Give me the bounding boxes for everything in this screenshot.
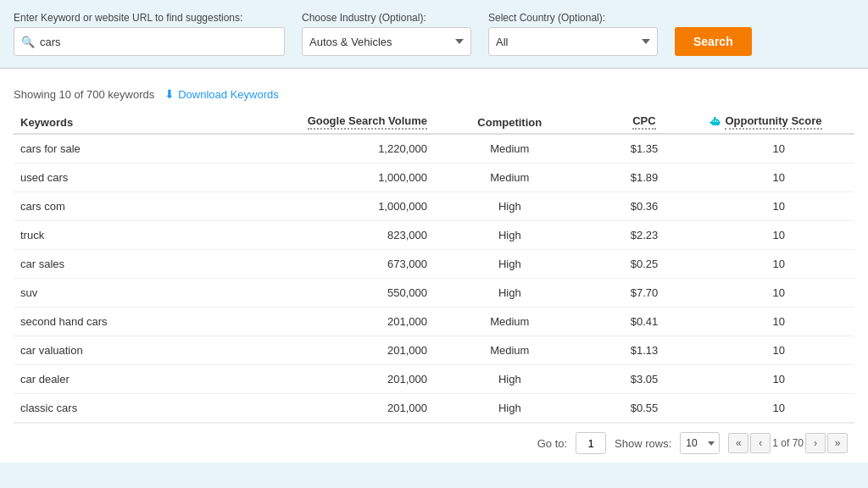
cell-keyword: truck — [14, 221, 249, 250]
cell-competition: High — [434, 192, 586, 221]
cell-cpc: $2.23 — [586, 221, 704, 250]
cell-competition: High — [434, 221, 586, 250]
rows-select[interactable]: 10 25 50 100 — [680, 432, 720, 454]
cell-cpc: $0.25 — [586, 250, 704, 279]
header-competition: Competition — [434, 108, 586, 134]
table-row: cars com 1,000,000 High $0.36 10 — [14, 192, 854, 221]
download-icon: ⬇ — [164, 87, 175, 101]
cell-competition: Medium — [434, 336, 586, 365]
cell-volume: 1,000,000 — [249, 164, 434, 192]
search-button[interactable]: Search — [675, 27, 752, 56]
cell-volume: 201,000 — [249, 336, 434, 365]
industry-select[interactable]: Autos & Vehicles All Industries Arts & E… — [302, 27, 471, 56]
keyword-input-wrapper: 🔍 — [14, 27, 285, 56]
cell-keyword: car sales — [14, 250, 249, 279]
table-row: car valuation 201,000 Medium $1.13 10 — [14, 336, 854, 365]
cell-opportunity: 10 — [703, 164, 854, 192]
cell-keyword: car dealer — [14, 365, 249, 394]
cell-competition: Medium — [434, 308, 586, 336]
cell-cpc: $1.35 — [586, 134, 704, 164]
cell-cpc: $1.13 — [586, 336, 704, 365]
first-page-button[interactable]: « — [728, 433, 748, 453]
table-row: truck 823,000 High $2.23 10 — [14, 221, 854, 250]
cell-opportunity: 10 — [703, 134, 854, 164]
cell-cpc: $7.70 — [586, 279, 704, 308]
cell-volume: 1,000,000 — [249, 192, 434, 221]
cell-volume: 201,000 — [249, 394, 434, 423]
cell-keyword: used cars — [14, 164, 249, 192]
cell-competition: Medium — [434, 134, 586, 164]
cell-volume: 823,000 — [249, 221, 434, 250]
rows-label: Show rows: — [615, 437, 671, 450]
cell-keyword: classic cars — [14, 394, 249, 423]
cell-keyword: car valuation — [14, 336, 249, 365]
cell-keyword: second hand cars — [14, 308, 249, 336]
keyword-label: Enter Keyword or website URL to find sug… — [14, 12, 285, 24]
pagination-row: Go to: Show rows: 10 25 50 100 « ‹ 1 of … — [14, 423, 854, 463]
goto-input[interactable] — [576, 432, 606, 454]
country-field-group: Select Country (Optional): All United St… — [488, 12, 658, 56]
cell-opportunity: 10 — [703, 192, 854, 221]
showing-text: Showing 10 of 700 keywords — [14, 88, 154, 101]
header-opportunity: ⛴ Opportunity Score — [703, 108, 854, 134]
table-row: car sales 673,000 High $0.25 10 — [14, 250, 854, 279]
goto-label: Go to: — [537, 437, 567, 450]
top-bar: Enter Keyword or website URL to find sug… — [0, 0, 868, 69]
cell-volume: 673,000 — [249, 250, 434, 279]
prev-page-button[interactable]: ‹ — [750, 433, 771, 453]
cell-keyword: cars com — [14, 192, 249, 221]
cell-competition: High — [434, 279, 586, 308]
results-header: Showing 10 of 700 keywords ⬇ Download Ke… — [14, 79, 854, 108]
cell-cpc: $3.05 — [586, 365, 704, 394]
table-row: second hand cars 201,000 Medium $0.41 10 — [14, 308, 854, 336]
download-link[interactable]: ⬇ Download Keywords — [164, 87, 279, 101]
cell-competition: Medium — [434, 164, 586, 192]
cell-opportunity: 10 — [703, 221, 854, 250]
cell-opportunity: 10 — [703, 279, 854, 308]
cell-volume: 201,000 — [249, 308, 434, 336]
header-cpc: CPC — [586, 108, 704, 134]
search-icon: 🔍 — [21, 36, 35, 48]
cell-competition: High — [434, 365, 586, 394]
cell-cpc: $1.89 — [586, 164, 704, 192]
country-select[interactable]: All United States United Kingdom Canada … — [488, 27, 658, 56]
table-row: classic cars 201,000 High $0.55 10 — [14, 394, 854, 423]
page-navigation: « ‹ 1 of 70 › » — [728, 433, 848, 453]
cell-keyword: cars for sale — [14, 134, 249, 164]
cell-volume: 550,000 — [249, 279, 434, 308]
content-area: Showing 10 of 700 keywords ⬇ Download Ke… — [0, 69, 868, 463]
keywords-table: Keywords Google Search Volume Competitio… — [14, 108, 854, 423]
table-header-row: Keywords Google Search Volume Competitio… — [14, 108, 854, 134]
cell-cpc: $0.55 — [586, 394, 704, 423]
keyword-input[interactable] — [40, 36, 277, 48]
country-label: Select Country (Optional): — [488, 12, 658, 24]
cell-volume: 201,000 — [249, 365, 434, 394]
cell-opportunity: 10 — [703, 365, 854, 394]
opportunity-icon: ⛴ — [709, 115, 721, 129]
table-row: used cars 1,000,000 Medium $1.89 10 — [14, 164, 854, 192]
table-row: cars for sale 1,220,000 Medium $1.35 10 — [14, 134, 854, 164]
cell-competition: High — [434, 250, 586, 279]
page-info: 1 of 70 — [772, 437, 804, 449]
cell-opportunity: 10 — [703, 308, 854, 336]
cell-keyword: suv — [14, 279, 249, 308]
cell-opportunity: 10 — [703, 250, 854, 279]
download-label: Download Keywords — [178, 88, 279, 101]
industry-field-group: Choose Industry (Optional): Autos & Vehi… — [302, 12, 471, 56]
keyword-field-group: Enter Keyword or website URL to find sug… — [14, 12, 285, 56]
header-volume: Google Search Volume — [249, 108, 434, 134]
cell-volume: 1,220,000 — [249, 134, 434, 164]
cell-competition: High — [434, 394, 586, 423]
cell-opportunity: 10 — [703, 336, 854, 365]
next-page-button[interactable]: › — [805, 433, 826, 453]
cell-opportunity: 10 — [703, 394, 854, 423]
header-keyword: Keywords — [14, 108, 249, 134]
last-page-button[interactable]: » — [827, 433, 848, 453]
cell-cpc: $0.36 — [586, 192, 704, 221]
industry-label: Choose Industry (Optional): — [302, 12, 471, 24]
table-row: suv 550,000 High $7.70 10 — [14, 279, 854, 308]
table-row: car dealer 201,000 High $3.05 10 — [14, 365, 854, 394]
cell-cpc: $0.41 — [586, 308, 704, 336]
